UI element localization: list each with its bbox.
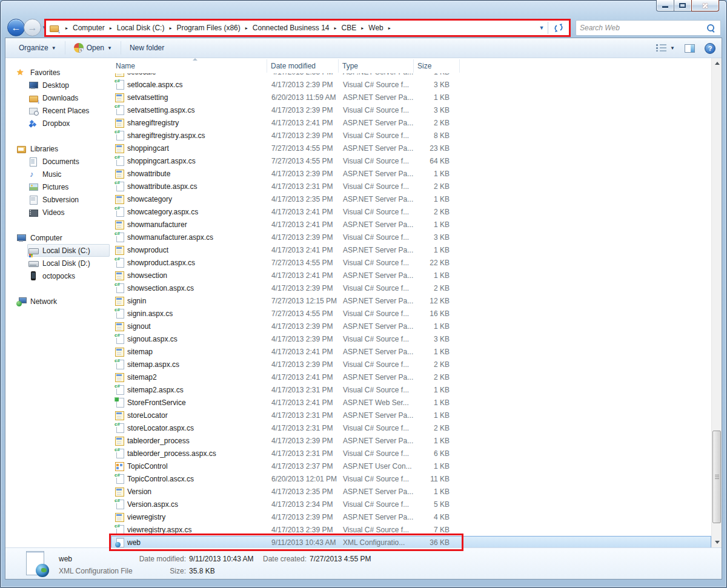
breadcrumb-item-program-files-x86[interactable]: Program Files (x86) — [175, 24, 241, 32]
maximize-button[interactable] — [674, 0, 691, 12]
sidebar-item-recent-places[interactable]: Recent Places — [5, 104, 111, 117]
file-row-sitemap2-aspx-cs[interactable]: sitemap2.aspx.cs4/17/2013 2:31 PMVisual … — [111, 383, 711, 396]
open-button[interactable]: 9 Open ▼ — [69, 41, 117, 55]
address-dropdown-icon[interactable]: ▼ — [536, 25, 548, 31]
forward-button[interactable]: → — [24, 19, 41, 36]
file-name: signin.aspx.cs — [127, 309, 268, 318]
preview-pane-button[interactable] — [685, 44, 695, 53]
folder-icon — [49, 23, 59, 33]
sidebar-section-network[interactable]: Network — [5, 295, 111, 308]
minimize-button[interactable] — [656, 0, 674, 12]
file-row-topiccontrol[interactable]: TopicControl4/17/2013 2:37 PMASP.NET Use… — [111, 460, 711, 472]
column-header-size[interactable]: Size — [414, 59, 460, 73]
sidebar-item-local-disk-c[interactable]: Local Disk (C:) — [27, 244, 110, 257]
file-row-signout[interactable]: signout4/17/2013 2:39 PMASP.NET Server P… — [111, 320, 711, 332]
breadcrumb-separator: ▸ — [357, 25, 367, 31]
file-row-version[interactable]: Version4/17/2013 2:35 PMASP.NET Server P… — [111, 485, 711, 498]
sidebar-item-dropbox[interactable]: Dropbox — [5, 117, 111, 130]
file-date-modified: 4/17/2013 2:34 PM — [268, 500, 339, 509]
breadcrumb-item-local-disk-c[interactable]: Local Disk (C:) — [116, 24, 166, 32]
new-folder-label: New folder — [130, 44, 164, 52]
refresh-button[interactable] — [548, 21, 569, 35]
file-row-showcategory[interactable]: showcategory4/17/2013 2:35 PMASP.NET Ser… — [111, 193, 711, 205]
file-row-setlocale-aspx-cs[interactable]: setlocale.aspx.cs4/17/2013 2:39 PMVisual… — [111, 78, 711, 91]
address-bar[interactable]: ▸ Computer▸Local Disk (C:)▸Program Files… — [46, 21, 548, 35]
file-name: setvatsetting.aspx.cs — [127, 106, 268, 114]
file-row-sharegiftregistry[interactable]: sharegiftregistry4/17/2013 2:41 PMASP.NE… — [111, 116, 711, 129]
breadcrumb-item-cbe[interactable]: CBE — [340, 24, 358, 32]
file-row-setlocale[interactable]: setlocale4/17/2013 2:53 PMASP.NET Server… — [111, 73, 711, 78]
file-type: Visual C# Source f... — [339, 259, 414, 267]
breadcrumb-item-connected-business-14[interactable]: Connected Business 14 — [251, 24, 331, 32]
file-row-showsection-aspx-cs[interactable]: showsection.aspx.cs4/17/2013 2:39 PMVisu… — [111, 282, 711, 294]
file-row-setvatsetting[interactable]: setvatsetting6/20/2013 11:59 AMASP.NET S… — [111, 91, 711, 104]
file-row-version-aspx-cs[interactable]: Version.aspx.cs4/17/2013 2:34 PMVisual C… — [111, 498, 711, 510]
file-row-shoppingcart-aspx-cs[interactable]: shoppingcart.aspx.cs7/27/2013 4:55 PMVis… — [111, 154, 711, 167]
file-size: 2 KB — [414, 182, 457, 191]
file-date-modified: 4/17/2013 2:39 PM — [268, 322, 339, 331]
organize-button[interactable]: Organize ▼ — [14, 41, 61, 55]
column-header-name[interactable]: Name — [111, 59, 267, 73]
file-row-sharegiftregistry-aspx-cs[interactable]: sharegiftregistry.aspx.cs4/17/2013 2:39 … — [111, 129, 711, 142]
file-row-setvatsetting-aspx-cs[interactable]: setvatsetting.aspx.cs4/17/2013 2:39 PMVi… — [111, 104, 711, 116]
close-button[interactable] — [691, 0, 719, 12]
file-row-viewregistry[interactable]: viewregistry4/17/2013 2:39 PMASP.NET Ser… — [111, 510, 711, 523]
sidebar-item-pictures[interactable]: Pictures — [5, 180, 111, 193]
sidebar-section-favorites[interactable]: Favorites — [5, 66, 111, 79]
file-row-signout-aspx-cs[interactable]: signout.aspx.cs4/17/2013 2:39 PMVisual C… — [111, 332, 711, 345]
file-row-sitemap[interactable]: sitemap4/17/2013 2:41 PMASP.NET Server P… — [111, 345, 711, 358]
sidebar-item-desktop[interactable]: Desktop — [5, 79, 111, 91]
help-button[interactable]: ? — [705, 43, 715, 54]
search-box — [576, 20, 721, 36]
sidebar-section-libraries[interactable]: Libraries — [5, 142, 111, 155]
sidebar-section-computer[interactable]: Computer — [5, 231, 111, 244]
file-row-showsection[interactable]: showsection4/17/2013 2:41 PMASP.NET Serv… — [111, 269, 711, 282]
breadcrumb-item-web[interactable]: Web — [367, 24, 384, 32]
file-row-showattribute[interactable]: showattribute4/17/2013 2:39 PMASP.NET Se… — [111, 167, 711, 180]
file-type: Visual C# Source f... — [339, 208, 414, 216]
file-row-showmanufacturer[interactable]: showmanufacturer4/17/2013 2:41 PMASP.NET… — [111, 218, 711, 231]
file-row-sitemap-aspx-cs[interactable]: sitemap.aspx.cs4/17/2013 2:39 PMVisual C… — [111, 358, 711, 371]
file-row-signin-aspx-cs[interactable]: signin.aspx.cs7/27/2013 4:55 PMVisual C#… — [111, 307, 711, 320]
column-header-date-modified[interactable]: Date modified — [267, 59, 339, 73]
scroll-up-button[interactable] — [712, 58, 722, 68]
breadcrumb-item-computer[interactable]: Computer — [71, 24, 106, 32]
sidebar-item-local-disk-d[interactable]: Local Disk (D:) — [5, 257, 111, 269]
file-row-showproduct-aspx-cs[interactable]: showproduct.aspx.cs7/27/2013 4:55 PMVisu… — [111, 256, 711, 269]
file-row-storelocator-aspx-cs[interactable]: storeLocator.aspx.cs4/17/2013 2:31 PMVis… — [111, 421, 711, 434]
date-modified-value: 9/11/2013 10:43 AM — [189, 555, 254, 563]
change-view-button[interactable]: ▼ — [656, 44, 675, 52]
cs-file-icon — [115, 524, 124, 535]
file-row-sitemap2[interactable]: sitemap24/17/2013 2:41 PMASP.NET Server … — [111, 371, 711, 383]
back-button[interactable]: ← — [7, 19, 25, 36]
pictures-icon — [28, 182, 39, 192]
sidebar-item-documents[interactable]: Documents — [5, 155, 111, 168]
file-row-shoppingcart[interactable]: shoppingcart7/27/2013 4:55 PMASP.NET Ser… — [111, 142, 711, 154]
file-row-web[interactable]: web9/11/2013 10:43 AMXML Configuratio...… — [111, 536, 711, 547]
sidebar-item-downloads[interactable]: Downloads — [5, 91, 111, 104]
sidebar-item-subversion[interactable]: Subversion — [5, 193, 111, 206]
search-input[interactable] — [576, 21, 706, 35]
file-row-showcategory-aspx-cs[interactable]: showcategory.aspx.cs4/17/2013 2:41 PMVis… — [111, 205, 711, 218]
usercontrol-file-icon — [115, 461, 124, 471]
file-row-tableorder-process-aspx-cs[interactable]: tableorder_process.aspx.cs4/17/2013 2:31… — [111, 447, 711, 460]
videos-icon — [28, 208, 39, 217]
new-folder-button[interactable]: New folder — [125, 41, 169, 55]
sidebar-item-music[interactable]: Music — [5, 168, 111, 180]
file-row-tableorder-process[interactable]: tableorder_process4/17/2013 2:39 PMASP.N… — [111, 434, 711, 447]
sidebar-item-octopocks[interactable]: octopocks — [5, 269, 111, 282]
scroll-down-button[interactable] — [712, 537, 722, 547]
search-icon[interactable] — [706, 23, 715, 33]
column-header-type[interactable]: Type — [339, 59, 414, 73]
file-row-showproduct[interactable]: showproduct4/17/2013 2:41 PMASP.NET Serv… — [111, 243, 711, 256]
file-row-topiccontrol-ascx-cs[interactable]: TopicControl.ascx.cs6/20/2013 12:01 PMVi… — [111, 472, 711, 485]
file-row-viewregistry-aspx-cs[interactable]: viewregistry.aspx.cs4/17/2013 2:39 PMVis… — [111, 523, 711, 536]
sidebar-item-videos[interactable]: Videos — [5, 206, 111, 219]
scrollbar-thumb[interactable] — [712, 431, 721, 523]
file-row-showmanufacturer-aspx-cs[interactable]: showmanufacturer.aspx.cs4/17/2013 2:39 P… — [111, 231, 711, 243]
file-row-showattribute-aspx-cs[interactable]: showattribute.aspx.cs4/17/2013 2:31 PMVi… — [111, 180, 711, 193]
file-row-storelocator[interactable]: storeLocator4/17/2013 2:31 PMASP.NET Ser… — [111, 409, 711, 421]
file-row-signin[interactable]: signin7/27/2013 12:15 PMASP.NET Server P… — [111, 294, 711, 307]
vertical-scrollbar[interactable] — [711, 58, 722, 547]
file-row-storefrontservice[interactable]: StoreFrontService4/17/2013 2:41 PMASP.NE… — [111, 396, 711, 409]
